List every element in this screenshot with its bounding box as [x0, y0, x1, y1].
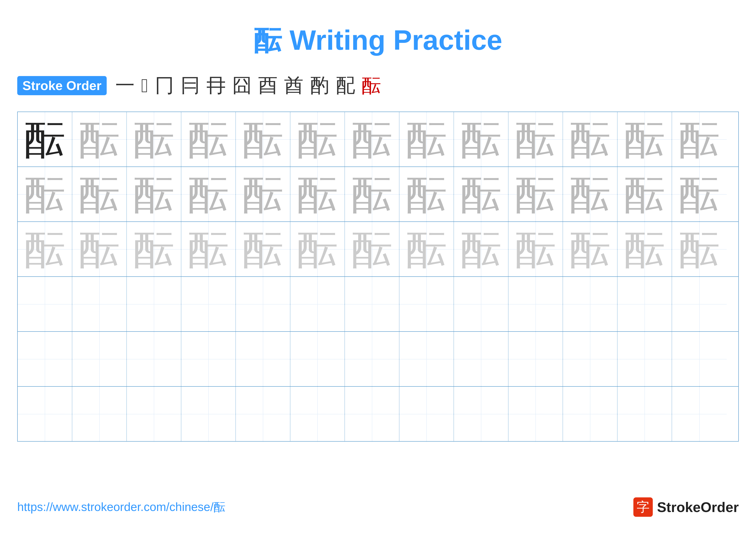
grid-cell: 酝 [454, 222, 508, 276]
grid-row: 酝酝酝酝酝酝酝酝酝酝酝酝酝 [18, 112, 738, 167]
grid-cell: 酝 [127, 167, 181, 221]
grid-cell [672, 332, 726, 386]
grid-cell [18, 277, 72, 331]
grid-cell [290, 387, 345, 441]
grid-cell [18, 332, 72, 386]
grid-cell [672, 277, 726, 331]
grid-cell [72, 387, 127, 441]
stroke-11: 酝 [362, 72, 381, 99]
grid-cell: 酝 [345, 112, 399, 166]
grid-cell: 酝 [563, 112, 617, 166]
grid-row: 酝酝酝酝酝酝酝酝酝酝酝酝酝 [18, 167, 738, 222]
grid-cell: 酝 [72, 167, 127, 221]
grid-cell [454, 332, 508, 386]
grid-cell: 酝 [617, 112, 672, 166]
stroke-order-badge: Stroke Order [17, 76, 107, 95]
grid-cell: 酝 [563, 222, 617, 276]
grid-cell [399, 277, 454, 331]
stroke-4: 冃 [180, 72, 200, 99]
grid-cell: 酝 [127, 112, 181, 166]
stroke-9: 酌 [310, 72, 329, 99]
stroke-3: 冂 [155, 72, 174, 99]
grid-cell: 酝 [454, 112, 508, 166]
grid-cell: 酝 [399, 112, 454, 166]
grid-cell: 酝 [236, 112, 290, 166]
grid-cell [236, 387, 290, 441]
grid-cell [508, 277, 563, 331]
footer-logo: 字 StrokeOrder [634, 497, 739, 517]
grid-cell: 酝 [399, 222, 454, 276]
grid-cell [345, 332, 399, 386]
grid-cell [236, 277, 290, 331]
grid-cell: 酝 [72, 222, 127, 276]
grid-cell: 酝 [18, 167, 72, 221]
grid-cell: 酝 [72, 112, 127, 166]
grid-cell: 酝 [181, 112, 236, 166]
stroke-order-row: Stroke Order 一 𠃌 冂 冃 冄 囧 酉 酋 酌 配 酝 [0, 72, 756, 99]
grid-cell: 酝 [290, 112, 345, 166]
grid-cell [672, 387, 726, 441]
grid-cell: 酝 [508, 167, 563, 221]
stroke-6: 囧 [232, 72, 252, 99]
stroke-chars: 一 𠃌 冂 冃 冄 囧 酉 酋 酌 配 酝 [115, 72, 381, 99]
grid-cell [617, 332, 672, 386]
grid-cell: 酝 [399, 167, 454, 221]
grid-cell: 酝 [617, 167, 672, 221]
grid-cell: 酝 [236, 222, 290, 276]
grid-row [18, 332, 738, 387]
grid-cell: 酝 [454, 167, 508, 221]
grid-cell [290, 332, 345, 386]
stroke-2: 𠃌 [141, 75, 148, 97]
grid-cell [290, 277, 345, 331]
grid-cell: 酝 [508, 222, 563, 276]
grid-cell: 酝 [181, 222, 236, 276]
stroke-10: 配 [336, 72, 355, 99]
grid-cell [181, 277, 236, 331]
grid-cell: 酝 [18, 112, 72, 166]
grid-cell: 酝 [18, 222, 72, 276]
grid-cell: 酝 [672, 112, 726, 166]
stroke-1: 一 [115, 72, 135, 99]
grid-cell [617, 277, 672, 331]
grid-cell: 酝 [617, 222, 672, 276]
grid-cell [181, 332, 236, 386]
logo-name: StrokeOrder [657, 499, 739, 515]
stroke-8: 酋 [284, 72, 304, 99]
grid-cell: 酝 [290, 222, 345, 276]
grid-cell [127, 277, 181, 331]
grid-cell: 酝 [181, 167, 236, 221]
grid-cell [72, 332, 127, 386]
grid-cell: 酝 [127, 222, 181, 276]
grid-cell [617, 387, 672, 441]
grid-row [18, 387, 738, 441]
practice-grid: 酝酝酝酝酝酝酝酝酝酝酝酝酝酝酝酝酝酝酝酝酝酝酝酝酝酝酝酝酝酝酝酝酝酝酝酝酝酝酝 [17, 112, 739, 442]
grid-cell: 酝 [508, 112, 563, 166]
grid-cell [454, 387, 508, 441]
grid-cell: 酝 [290, 167, 345, 221]
grid-cell: 酝 [672, 167, 726, 221]
page-title: 酝 Writing Practice [0, 0, 756, 72]
grid-cell [18, 387, 72, 441]
grid-cell [345, 277, 399, 331]
grid-cell [508, 332, 563, 386]
footer-url: https://www.strokeorder.com/chinese/酝 [17, 499, 226, 515]
grid-cell [127, 387, 181, 441]
grid-cell: 酝 [672, 222, 726, 276]
grid-cell [181, 387, 236, 441]
grid-cell [399, 387, 454, 441]
logo-icon: 字 [634, 497, 653, 517]
grid-cell [563, 387, 617, 441]
grid-cell [563, 332, 617, 386]
grid-cell [454, 277, 508, 331]
grid-row [18, 277, 738, 332]
grid-cell [236, 332, 290, 386]
grid-cell [399, 332, 454, 386]
grid-cell [508, 387, 563, 441]
grid-cell: 酝 [345, 222, 399, 276]
grid-cell [345, 387, 399, 441]
grid-row: 酝酝酝酝酝酝酝酝酝酝酝酝酝 [18, 222, 738, 277]
footer: https://www.strokeorder.com/chinese/酝 字 … [17, 497, 739, 517]
stroke-7: 酉 [258, 72, 278, 99]
grid-cell [72, 277, 127, 331]
grid-cell [563, 277, 617, 331]
